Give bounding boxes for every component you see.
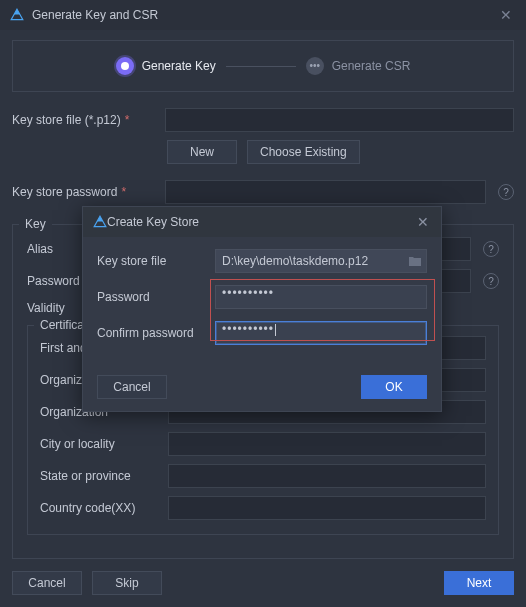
modal-password-value: •••••••••• bbox=[222, 286, 274, 300]
input-country[interactable] bbox=[168, 496, 486, 520]
input-key-store-file[interactable] bbox=[165, 108, 514, 132]
step-generate-csr: ••• Generate CSR bbox=[306, 57, 411, 75]
titlebar: Generate Key and CSR ✕ bbox=[0, 0, 526, 30]
bottom-bar: Cancel Skip Next bbox=[0, 571, 526, 607]
label-state: State or province bbox=[40, 469, 160, 483]
modal-footer: Cancel OK bbox=[83, 369, 441, 411]
row-key-store-file: Key store file (*.p12)* bbox=[12, 108, 514, 132]
row-country: Country code(XX) bbox=[40, 496, 486, 520]
step1-label: Generate Key bbox=[142, 59, 216, 73]
label-key-store-password: Key store password* bbox=[12, 185, 157, 199]
modal-row-file: Key store file D:\key\demo\taskdemo.p12 bbox=[97, 249, 427, 273]
modal-title: Create Key Store bbox=[107, 215, 415, 229]
input-state[interactable] bbox=[168, 464, 486, 488]
window-title: Generate Key and CSR bbox=[32, 8, 496, 22]
close-icon[interactable]: ✕ bbox=[496, 7, 516, 23]
step-generate-key: Generate Key bbox=[116, 57, 216, 75]
app-icon bbox=[93, 215, 107, 229]
modal-create-key-store: Create Key Store ✕ Key store file D:\key… bbox=[82, 206, 442, 412]
step2-label: Generate CSR bbox=[332, 59, 411, 73]
modal-label-password: Password bbox=[97, 290, 207, 304]
modal-ok-button[interactable]: OK bbox=[361, 375, 427, 399]
modal-confirm-value: •••••••••• bbox=[222, 322, 274, 336]
row-state: State or province bbox=[40, 464, 486, 488]
modal-input-password[interactable]: •••••••••• bbox=[215, 285, 427, 309]
modal-file-path-text: D:\key\demo\taskdemo.p12 bbox=[222, 254, 408, 268]
help-icon[interactable]: ? bbox=[483, 241, 499, 257]
modal-password-group: Password •••••••••• Confirm password •••… bbox=[97, 285, 427, 345]
modal-cancel-button[interactable]: Cancel bbox=[97, 375, 167, 399]
label-key-store-file: Key store file (*.p12)* bbox=[12, 113, 157, 127]
skip-button[interactable]: Skip bbox=[92, 571, 162, 595]
modal-row-password: Password •••••••••• bbox=[97, 285, 427, 309]
modal-body: Key store file D:\key\demo\taskdemo.p12 … bbox=[83, 237, 441, 369]
row-key-store-password: Key store password* ? bbox=[12, 180, 514, 204]
legend-key: Key bbox=[19, 217, 52, 231]
new-button[interactable]: New bbox=[167, 140, 237, 164]
label-city: City or locality bbox=[40, 437, 160, 451]
text-caret bbox=[275, 324, 276, 336]
folder-icon[interactable] bbox=[408, 255, 422, 267]
step-connector bbox=[226, 66, 296, 67]
app-icon bbox=[10, 8, 24, 22]
modal-titlebar: Create Key Store ✕ bbox=[83, 207, 441, 237]
input-key-store-password[interactable] bbox=[165, 180, 486, 204]
step-active-icon bbox=[116, 57, 134, 75]
step-pending-icon: ••• bbox=[306, 57, 324, 75]
file-buttons: New Choose Existing bbox=[167, 140, 514, 164]
choose-existing-button[interactable]: Choose Existing bbox=[247, 140, 360, 164]
input-city[interactable] bbox=[168, 432, 486, 456]
wizard-steps: Generate Key ••• Generate CSR bbox=[12, 40, 514, 92]
modal-label-confirm: Confirm password bbox=[97, 326, 207, 340]
help-icon[interactable]: ? bbox=[483, 273, 499, 289]
modal-input-file[interactable]: D:\key\demo\taskdemo.p12 bbox=[215, 249, 427, 273]
modal-label-file: Key store file bbox=[97, 254, 207, 268]
modal-input-confirm[interactable]: •••••••••• bbox=[215, 321, 427, 345]
row-city: City or locality bbox=[40, 432, 486, 456]
label-country: Country code(XX) bbox=[40, 501, 160, 515]
next-button[interactable]: Next bbox=[444, 571, 514, 595]
modal-row-confirm: Confirm password •••••••••• bbox=[97, 321, 427, 345]
help-icon[interactable]: ? bbox=[498, 184, 514, 200]
cancel-button[interactable]: Cancel bbox=[12, 571, 82, 595]
close-icon[interactable]: ✕ bbox=[415, 214, 431, 230]
